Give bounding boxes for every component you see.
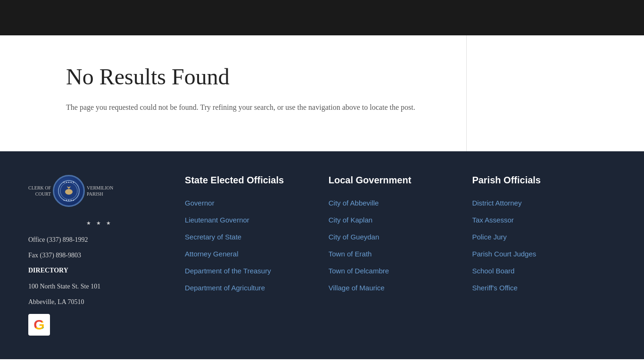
directory-label[interactable]: DIRECTORY (28, 265, 171, 276)
office-phone: Office (337) 898-1992 (28, 235, 171, 245)
district-attorney-link[interactable]: District Attorney (472, 199, 521, 207)
state-officials-title: State Elected Officials (185, 175, 314, 186)
abbeville-link[interactable]: City of Abbeville (329, 199, 379, 207)
fax-phone: Fax (337) 898-9803 (28, 250, 171, 261)
logo-right-text: VERMILIONPARISH (87, 185, 113, 197)
footer-logo: CLERK OFCOURT ★ ★ ★ ★ ★ (28, 175, 171, 207)
footer: CLERK OFCOURT ★ ★ ★ ★ ★ (0, 151, 644, 359)
list-item: Department of Agriculture (185, 284, 314, 292)
local-government-title: Local Government (329, 175, 458, 186)
kaplan-link[interactable]: City of Kaplan (329, 216, 372, 224)
attorney-general-link[interactable]: Attorney General (185, 250, 238, 258)
list-item: Department of the Treasury (185, 267, 314, 275)
footer-col-local: Local Government City of Abbeville City … (329, 175, 472, 336)
list-item: Police Jury (472, 233, 602, 241)
parish-officials-list: District Attorney Tax Assessor Police Ju… (472, 199, 602, 292)
list-item: School Board (472, 267, 602, 275)
address-line1: 100 North State St. Ste 101 (28, 281, 171, 292)
list-item: Secretary of State (185, 233, 314, 241)
google-icon[interactable]: G (28, 314, 50, 336)
footer-contact: Office (337) 898-1992 Fax (337) 898-9803… (28, 235, 171, 307)
parish-officials-title: Parish Officials (472, 175, 602, 186)
page-description: The page you requested could not be foun… (66, 101, 434, 114)
logo-left-text: CLERK OFCOURT (28, 185, 51, 197)
svg-text:★ ★ ★ ★ ★: ★ ★ ★ ★ ★ (63, 199, 74, 201)
content-area: No Results Found The page you requested … (0, 35, 467, 151)
logo-wrapper: CLERK OFCOURT ★ ★ ★ ★ ★ (28, 175, 113, 207)
list-item: City of Kaplan (329, 216, 458, 224)
dept-treasury-link[interactable]: Department of the Treasury (185, 267, 271, 275)
state-officials-list: Governor Lieutenant Governor Secretary o… (185, 199, 314, 292)
page-title: No Results Found (66, 64, 438, 90)
maurice-link[interactable]: Village of Maurice (329, 284, 385, 292)
list-item: Town of Erath (329, 250, 458, 258)
sheriffs-office-link[interactable]: Sheriff's Office (472, 284, 518, 292)
list-item: City of Gueydan (329, 233, 458, 241)
top-nav-bar (0, 0, 644, 35)
list-item: Town of Delcambre (329, 267, 458, 275)
parish-court-judges-link[interactable]: Parish Court Judges (472, 250, 536, 258)
footer-inner: CLERK OFCOURT ★ ★ ★ ★ ★ (28, 175, 616, 336)
gueydan-link[interactable]: City of Gueydan (329, 233, 380, 241)
list-item: Sheriff's Office (472, 284, 602, 292)
list-item: Lieutenant Governor (185, 216, 314, 224)
svg-text:★ ★ ★ ★ ★: ★ ★ ★ ★ ★ (63, 181, 74, 183)
tax-assessor-link[interactable]: Tax Assessor (472, 216, 513, 224)
footer-col-state: State Elected Officials Governor Lieuten… (185, 175, 329, 336)
address-line2: Abbeville, LA 70510 (28, 297, 171, 307)
delcambre-link[interactable]: Town of Delcambre (329, 267, 389, 275)
school-board-link[interactable]: School Board (472, 267, 514, 275)
governor-link[interactable]: Governor (185, 199, 215, 207)
dept-agriculture-link[interactable]: Department of Agriculture (185, 284, 265, 292)
list-item: Tax Assessor (472, 216, 602, 224)
logo-circle-inner: ★ ★ ★ ★ ★ ★ ★ ★ ★ ★ (55, 177, 83, 205)
police-jury-link[interactable]: Police Jury (472, 233, 506, 241)
list-item: City of Abbeville (329, 199, 458, 207)
footer-col-branding: CLERK OFCOURT ★ ★ ★ ★ ★ (28, 175, 185, 336)
list-item: Village of Maurice (329, 284, 458, 292)
list-item: District Attorney (472, 199, 602, 207)
main-content: No Results Found The page you requested … (0, 35, 644, 151)
logo-emblem: ★ ★ ★ ★ ★ ★ ★ ★ ★ ★ (53, 175, 85, 207)
logo-stars: ★ ★ ★ (28, 220, 171, 226)
google-g-letter: G (33, 317, 44, 333)
secretary-of-state-link[interactable]: Secretary of State (185, 233, 241, 241)
footer-col-parish: Parish Officials District Attorney Tax A… (472, 175, 616, 336)
list-item: Parish Court Judges (472, 250, 602, 258)
list-item: Attorney General (185, 250, 314, 258)
seal-svg: ★ ★ ★ ★ ★ ★ ★ ★ ★ ★ (58, 180, 80, 202)
erath-link[interactable]: Town of Erath (329, 250, 372, 258)
sidebar-area (467, 35, 644, 151)
svg-point-2 (65, 189, 73, 195)
lt-governor-link[interactable]: Lieutenant Governor (185, 216, 249, 224)
local-government-list: City of Abbeville City of Kaplan City of… (329, 199, 458, 292)
list-item: Governor (185, 199, 314, 207)
